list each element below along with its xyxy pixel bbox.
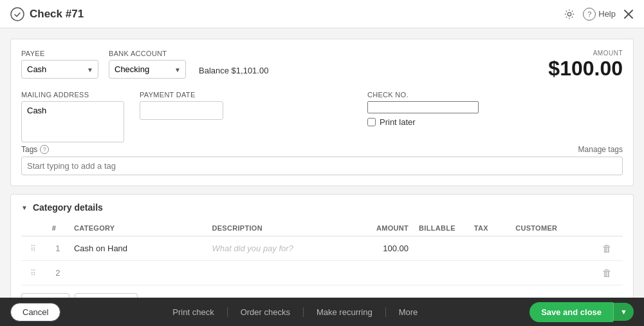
row-description[interactable] [207, 261, 344, 285]
cancel-button[interactable]: Cancel [10, 303, 60, 321]
check-icon [10, 7, 24, 21]
row-num: 2 [47, 261, 69, 285]
tags-label: Tags ? [21, 145, 49, 154]
row-amount[interactable]: 100.00 [345, 236, 414, 261]
row-billable[interactable] [414, 261, 469, 285]
th-category: CATEGORY [69, 220, 207, 236]
header: Check #71 ? Help [0, 0, 644, 28]
mailing-address-field: Mailing address Cash [21, 91, 124, 142]
footer-center: Print check Order checks Make recurring … [160, 307, 430, 317]
row-delete[interactable]: 🗑 [593, 236, 623, 261]
close-icon [623, 9, 634, 19]
add-lines-button[interactable]: Add lines [21, 293, 69, 298]
drag-handle[interactable]: ⠿ [21, 261, 47, 285]
table-header-row: # CATEGORY DESCRIPTION AMOUNT BILLABLE T… [21, 220, 623, 236]
add-lines-row: Add lines Clear all lines [21, 293, 623, 298]
second-row: Mailing address Cash Payment date 03/31/… [21, 91, 623, 142]
row-customer[interactable] [510, 261, 593, 285]
row-tax[interactable] [469, 236, 510, 261]
table-body: ⠿ 1 Cash on Hand What did you pay for? 1… [21, 236, 623, 285]
manage-tags-link[interactable]: Manage tags [578, 145, 623, 154]
check-no-input[interactable]: 71 [367, 101, 479, 113]
th-description: DESCRIPTION [207, 220, 344, 236]
category-table: # CATEGORY DESCRIPTION AMOUNT BILLABLE T… [21, 220, 623, 285]
footer-left: Cancel [10, 303, 60, 321]
bank-account-select[interactable]: Checking [109, 60, 186, 79]
payment-date-label: Payment date [140, 91, 223, 99]
check-no-field: Check no. 71 [367, 91, 479, 113]
th-num: # [47, 220, 69, 236]
amount-value: $100.00 [548, 57, 623, 81]
tags-label-text: Tags [21, 145, 37, 154]
balance-text: Balance $1,101.00 [196, 66, 268, 75]
row-tax[interactable] [469, 261, 510, 285]
th-drag [21, 220, 47, 236]
row-amount[interactable] [345, 261, 414, 285]
tags-input[interactable] [21, 157, 623, 175]
check-no-label: Check no. [367, 91, 479, 99]
save-dropdown-button[interactable]: ▼ [613, 303, 634, 321]
help-button[interactable]: ? Help [583, 8, 616, 21]
tags-header: Tags ? Manage tags [21, 145, 623, 154]
th-amount: AMOUNT [345, 220, 414, 236]
chevron-down-icon: ▼ [620, 308, 627, 316]
save-and-close-button[interactable]: Save and close [529, 302, 613, 322]
payee-label: Payee [21, 50, 98, 57]
payee-select-wrapper: Cash ▼ [21, 60, 98, 79]
tags-help-icon: ? [40, 145, 49, 154]
collapse-icon[interactable]: ▼ [21, 204, 28, 211]
th-customer: CUSTOMER [510, 220, 593, 236]
bank-account-select-wrapper: Checking ▼ [109, 60, 186, 79]
footer: Cancel Print check Order checks Make rec… [0, 298, 644, 326]
table-row: ⠿ 2 🗑 [21, 261, 623, 285]
amount-label: AMOUNT [548, 50, 623, 57]
close-button[interactable] [623, 9, 634, 19]
row-billable[interactable] [414, 236, 469, 261]
th-tax: TAX [469, 220, 510, 236]
print-later-checkbox[interactable] [367, 118, 376, 126]
print-later-label[interactable]: Print later [367, 117, 479, 127]
row-customer[interactable] [510, 236, 593, 261]
more-button[interactable]: More [386, 307, 431, 317]
footer-right: Save and close ▼ [529, 302, 634, 322]
clear-lines-button[interactable]: Clear all lines [75, 293, 138, 298]
category-details-title: Category details [33, 202, 103, 213]
header-right: ? Help [564, 8, 634, 21]
th-billable: BILLABLE [414, 220, 469, 236]
amount-section: AMOUNT $100.00 [548, 50, 623, 81]
top-row: Payee Cash ▼ Bank Account Checking ▼ Bal… [21, 50, 623, 81]
print-check-button[interactable]: Print check [160, 307, 227, 317]
print-later-text: Print later [380, 117, 416, 127]
table-row: ⠿ 1 Cash on Hand What did you pay for? 1… [21, 236, 623, 261]
header-left: Check #71 [10, 7, 84, 21]
mailing-address-input[interactable]: Cash [21, 101, 124, 142]
row-delete[interactable]: 🗑 [593, 261, 623, 285]
form-section: Payee Cash ▼ Bank Account Checking ▼ Bal… [10, 39, 634, 186]
payee-select[interactable]: Cash [21, 60, 98, 79]
settings-button[interactable] [564, 8, 575, 20]
main-content: Payee Cash ▼ Bank Account Checking ▼ Bal… [0, 28, 644, 298]
gear-icon [564, 8, 575, 20]
drag-handle[interactable]: ⠿ [21, 236, 47, 261]
row-description[interactable]: What did you pay for? [207, 236, 344, 261]
check-no-section: Check no. 71 Print later [367, 91, 479, 127]
bank-account-label: Bank Account [109, 50, 186, 57]
row-num: 1 [47, 236, 69, 261]
th-action [593, 220, 623, 236]
delete-row-button[interactable]: 🗑 [598, 266, 616, 280]
order-checks-button[interactable]: Order checks [228, 307, 304, 317]
help-label: Help [598, 9, 616, 19]
category-section: ▼ Category details # CATEGORY DESCRIPTIO… [10, 194, 634, 298]
row-category[interactable]: Cash on Hand [69, 236, 207, 261]
payment-date-input[interactable]: 03/31/2020 [140, 101, 223, 120]
delete-row-button[interactable]: 🗑 [598, 242, 616, 255]
row-category[interactable] [69, 261, 207, 285]
page-title: Check #71 [30, 8, 84, 21]
svg-point-0 [11, 8, 24, 21]
tags-section: Tags ? Manage tags [21, 145, 623, 175]
payment-date-field: Payment date 03/31/2020 [140, 91, 223, 120]
bank-account-field: Bank Account Checking ▼ [109, 50, 186, 79]
payee-field: Payee Cash ▼ [21, 50, 98, 79]
make-recurring-button[interactable]: Make recurring [304, 307, 386, 317]
help-icon: ? [583, 8, 596, 21]
